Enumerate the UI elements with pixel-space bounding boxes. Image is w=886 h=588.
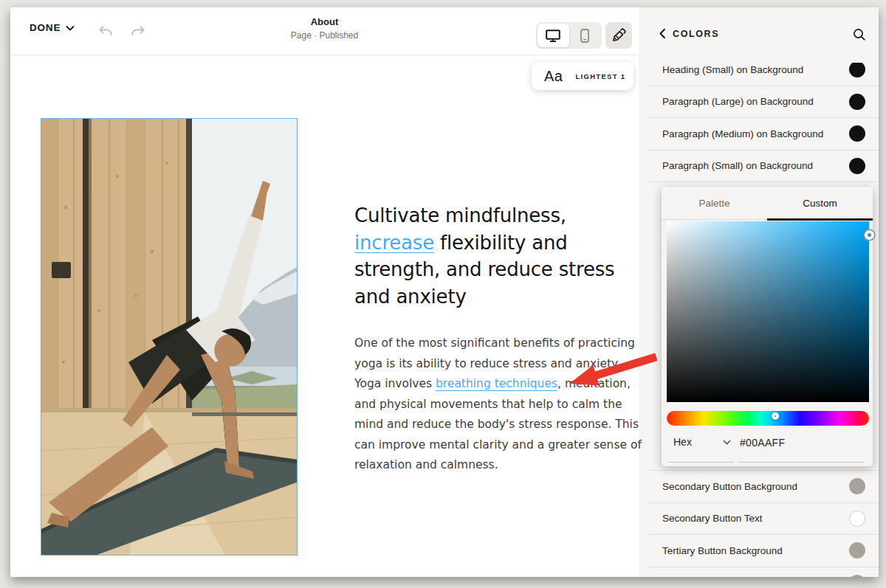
search-icon[interactable] (853, 28, 866, 41)
desktop-icon (546, 30, 560, 42)
tab-palette[interactable]: Palette (662, 187, 767, 219)
color-picker-panel: Palette Custom Hex #00AAFF (662, 187, 873, 466)
paragraph-link-breathing-techniques[interactable]: breathing techniques (436, 377, 557, 390)
color-row-paragraph-medium[interactable]: Paragraph (Medium) on Background (648, 118, 879, 151)
color-row-paragraph-large[interactable]: Paragraph (Large) on Background (648, 86, 879, 119)
color-row-label: Secondary Button Background (662, 481, 797, 492)
color-row-partial[interactable] (648, 567, 879, 578)
color-swatch[interactable] (849, 511, 865, 527)
picker-tabs: Palette Custom (662, 187, 873, 220)
color-list-top: Heading (Small) on Background Paragraph … (648, 63, 879, 187)
editor-window: DONE About Page · Published (10, 7, 879, 577)
color-row-label: Heading (Small) on Background (662, 64, 803, 75)
sidebar-title: COLORS (673, 29, 719, 39)
tab-custom[interactable]: Custom (767, 187, 873, 219)
color-row-secondary-button-text[interactable]: Secondary Button Text (648, 503, 879, 536)
hex-format-label: Hex (673, 436, 692, 448)
mobile-preview-button[interactable] (569, 24, 601, 47)
mobile-icon (580, 29, 589, 43)
color-row-heading-small[interactable]: Heading (Small) on Background (648, 63, 879, 86)
heading-text-1: Cultivate mindfulness, (354, 204, 566, 226)
color-swatch[interactable] (849, 94, 865, 110)
hex-row: Hex #00AAFF (662, 435, 873, 455)
divider (738, 462, 864, 463)
color-format-select[interactable]: Hex (673, 436, 731, 448)
color-row-label: Paragraph (Small) on Background (662, 160, 813, 171)
text-style-pill[interactable]: Aa LIGHTEST 1 (532, 62, 633, 90)
page-heading[interactable]: Cultivate mindfulness, increase flexibil… (354, 202, 629, 310)
aa-glyph: Aa (544, 68, 563, 85)
editor-toolbar: DONE About Page · Published (10, 7, 639, 55)
yoga-photo-illustration (41, 119, 298, 556)
saturation-brightness-area[interactable] (667, 221, 869, 402)
color-row-secondary-button-background[interactable]: Secondary Button Background (648, 471, 879, 503)
color-row-label: Tertiary Button Background (662, 545, 783, 556)
color-swatch[interactable] (849, 158, 865, 174)
color-swatch[interactable] (849, 63, 865, 77)
hue-slider[interactable] (667, 411, 869, 426)
color-swatch[interactable] (849, 542, 865, 558)
saturation-cursor[interactable] (865, 230, 874, 240)
yoga-photo[interactable] (41, 118, 298, 556)
color-row-tertiary-button-background[interactable]: Tertiary Button Background (648, 535, 879, 567)
hue-cursor[interactable] (772, 412, 779, 420)
paintbrush-icon (611, 28, 626, 43)
style-pill-label: LIGHTEST 1 (575, 72, 625, 80)
color-row-label: Paragraph (Medium) on Background (662, 128, 823, 139)
hex-value-input[interactable]: #00AAFF (740, 437, 785, 449)
chevron-down-icon (723, 440, 731, 445)
divider (668, 462, 733, 463)
page-canvas: DONE About Page · Published (10, 7, 639, 577)
page-paragraph[interactable]: One of the most significant benefits of … (354, 333, 650, 476)
site-styles-button[interactable] (605, 22, 632, 49)
color-swatch[interactable] (849, 478, 865, 494)
device-preview-toggle (536, 22, 602, 49)
chevron-left-icon (659, 28, 666, 39)
color-list-bottom: Secondary Button Background Secondary Bu… (648, 470, 879, 577)
color-row-label: Secondary Button Text (662, 513, 763, 524)
color-row-paragraph-small[interactable]: Paragraph (Small) on Background (648, 151, 879, 183)
paragraph-text-2: , meditation, and physical movements tha… (354, 377, 642, 471)
desktop-preview-button[interactable] (538, 24, 569, 47)
color-row-label: Paragraph (Large) on Background (662, 96, 814, 107)
color-swatch[interactable] (849, 125, 865, 142)
colors-back-button[interactable]: COLORS (659, 28, 719, 39)
color-swatch[interactable] (849, 575, 865, 577)
sidebar-header: COLORS (648, 7, 879, 63)
heading-link-increase[interactable]: increase (354, 232, 434, 254)
